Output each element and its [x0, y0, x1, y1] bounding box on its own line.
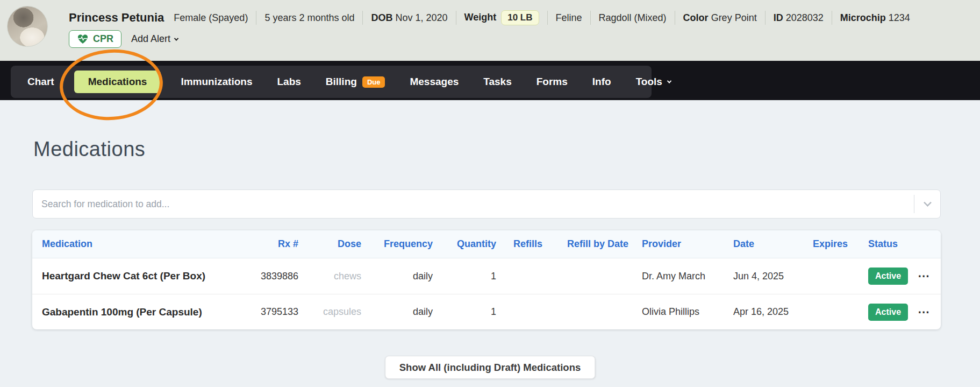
cpr-badge[interactable]: CPR	[69, 30, 121, 48]
medication-search-input[interactable]	[33, 190, 914, 218]
pet-weight: Weight10 LB	[464, 10, 539, 25]
divider	[456, 11, 456, 25]
rx-number: 3839886	[247, 271, 298, 282]
divider	[362, 11, 363, 25]
color-value: Grey Point	[711, 12, 757, 23]
color-label: Color	[683, 12, 709, 23]
tab-labs[interactable]: Labs	[264, 66, 313, 98]
weight-badge: 10 LB	[501, 10, 539, 25]
tab-tools-label: Tools	[636, 76, 662, 88]
column-header-rx[interactable]: Rx #	[247, 238, 298, 250]
divider	[765, 11, 766, 25]
pet-age: 5 years 2 months old	[264, 12, 354, 24]
chevron-down-icon	[667, 79, 671, 83]
column-header-frequency[interactable]: Frequency	[361, 238, 433, 250]
pet-breed: Ragdoll (Mixed)	[599, 12, 667, 24]
dob-label: DOB	[371, 12, 392, 23]
status-badge: Active	[868, 268, 908, 285]
column-header-provider[interactable]: Provider	[628, 238, 731, 250]
row-actions-menu-icon[interactable]: ⋯	[915, 269, 932, 283]
search-dropdown-toggle[interactable]	[914, 190, 940, 218]
frequency: daily	[361, 271, 433, 282]
patient-nav: Chart Medications Immunizations Labs Bil…	[0, 61, 980, 100]
microchip-value: 1234	[889, 12, 910, 23]
column-header-status[interactable]: Status	[866, 238, 915, 250]
add-alert-button[interactable]: Add Alert	[131, 33, 178, 45]
show-all-medications-button[interactable]: Show All (including Draft) Medications	[385, 356, 595, 379]
medication-name: Gabapentin 100mg (Per Capsule)	[42, 306, 247, 318]
status-badge: Active	[868, 304, 908, 321]
dose: chews	[298, 271, 361, 282]
status-cell: Active	[866, 304, 915, 321]
provider: Dr. Amy March	[628, 271, 731, 282]
row-actions-menu-icon[interactable]: ⋯	[915, 305, 932, 319]
divider	[675, 11, 675, 25]
status-cell: Active	[866, 268, 915, 285]
pet-microchip: Microchip 1234	[840, 12, 910, 24]
column-header-dose[interactable]: Dose	[298, 238, 361, 250]
dob-value: Nov 1, 2020	[395, 12, 447, 23]
column-header-medication[interactable]: Medication	[42, 238, 247, 250]
date: Jun 4, 2025	[731, 271, 811, 282]
tab-billing[interactable]: Billing Due	[313, 66, 398, 98]
provider: Olivia Phillips	[628, 306, 731, 318]
billing-due-badge: Due	[362, 76, 385, 88]
tab-tasks[interactable]: Tasks	[471, 66, 524, 98]
pet-species: Feline	[556, 12, 582, 24]
page-title: Medications	[33, 138, 145, 161]
pet-sex: Female (Spayed)	[174, 12, 248, 24]
quantity: 1	[433, 306, 496, 318]
cpr-label: CPR	[93, 33, 113, 45]
pet-alerts-row: CPR Add Alert	[69, 30, 980, 48]
page: Princess Petunia Female (Spayed) 5 years…	[0, 0, 980, 387]
column-header-refill-by-date[interactable]: Refill by Date	[542, 238, 628, 250]
add-alert-label: Add Alert	[131, 33, 170, 45]
tab-medications[interactable]: Medications	[74, 71, 161, 93]
table-header-row: Medication Rx # Dose Frequency Quantity …	[32, 230, 941, 258]
chevron-down-icon	[923, 198, 932, 207]
id-label: ID	[774, 12, 783, 23]
tab-immunizations[interactable]: Immunizations	[168, 66, 264, 98]
table-row[interactable]: Heartgard Chew Cat 6ct (Per Box) 3839886…	[32, 258, 941, 294]
medication-name: Heartgard Chew Cat 6ct (Per Box)	[42, 270, 247, 282]
patient-nav-tabs: Chart Medications Immunizations Labs Bil…	[11, 66, 652, 98]
table-row[interactable]: Gabapentin 100mg (Per Capsule) 3795133 c…	[32, 294, 941, 329]
quantity: 1	[433, 271, 496, 282]
tab-chart[interactable]: Chart	[15, 66, 67, 98]
tab-info[interactable]: Info	[580, 66, 624, 98]
date: Apr 16, 2025	[731, 306, 811, 318]
divider	[547, 11, 548, 25]
medication-search	[32, 189, 941, 219]
tab-messages[interactable]: Messages	[397, 66, 471, 98]
divider	[256, 11, 256, 25]
microchip-label: Microchip	[840, 12, 886, 23]
divider	[590, 11, 591, 25]
divider	[832, 11, 832, 25]
pet-info: Princess Petunia Female (Spayed) 5 years…	[69, 0, 980, 48]
chevron-down-icon	[174, 36, 178, 40]
column-header-expires[interactable]: Expires	[811, 238, 866, 250]
tab-forms[interactable]: Forms	[524, 66, 580, 98]
pet-dob: DOB Nov 1, 2020	[371, 12, 447, 24]
tab-tools[interactable]: Tools	[624, 66, 683, 98]
pet-name: Princess Petunia	[69, 11, 164, 25]
weight-label: Weight	[464, 12, 497, 23]
column-header-quantity[interactable]: Quantity	[433, 238, 496, 250]
heart-pulse-icon	[77, 34, 89, 44]
pet-avatar[interactable]	[7, 6, 48, 47]
medications-panel: Medications Medication Rx # Dose Frequen…	[0, 100, 980, 387]
column-header-date[interactable]: Date	[731, 238, 811, 250]
dose: capsules	[298, 306, 361, 318]
pet-summary-row: Princess Petunia Female (Spayed) 5 years…	[69, 10, 980, 25]
pet-color: Color Grey Point	[683, 12, 757, 24]
pet-header: Princess Petunia Female (Spayed) 5 years…	[0, 0, 980, 61]
tab-billing-label: Billing	[326, 76, 357, 88]
medications-table: Medication Rx # Dose Frequency Quantity …	[32, 230, 941, 329]
id-value: 2028032	[786, 12, 824, 23]
column-header-refills[interactable]: Refills	[496, 238, 542, 250]
rx-number: 3795133	[247, 306, 298, 318]
frequency: daily	[361, 306, 433, 318]
pet-id: ID 2028032	[774, 12, 824, 24]
